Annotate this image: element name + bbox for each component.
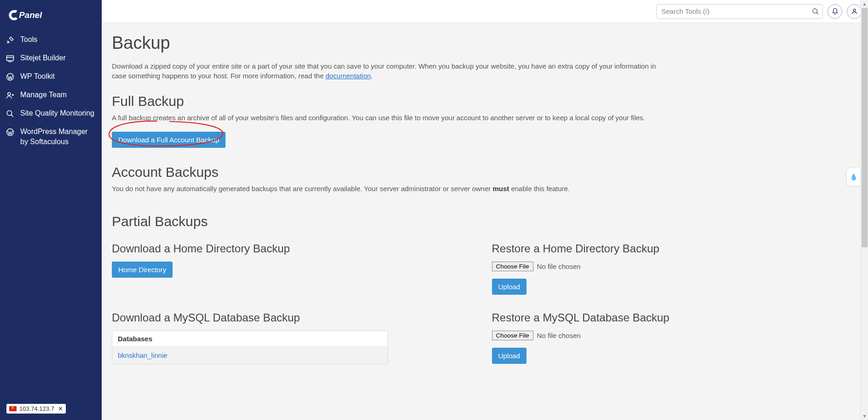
user-button[interactable]	[847, 4, 862, 19]
notifications-button[interactable]	[827, 4, 842, 19]
search-wrap	[656, 4, 823, 19]
sidebar-item-manageteam[interactable]: Manage Team	[0, 86, 102, 104]
scroll-thumb[interactable]	[862, 8, 868, 247]
restore-db-section: Restore a MySQL Database Backup Choose F…	[492, 311, 858, 364]
full-backup-title: Full Backup	[112, 93, 858, 109]
upload-db-button[interactable]: Upload	[492, 348, 527, 364]
search-input[interactable]	[656, 4, 823, 19]
db-link[interactable]: bknskhan_linnie	[118, 351, 168, 359]
content: Backup Download a zipped copy of your en…	[102, 23, 868, 420]
page-title: Backup	[112, 33, 858, 53]
sidebar-item-label: Sitejet Builder	[20, 53, 66, 63]
scroll-down-icon[interactable]: ▼	[861, 412, 868, 420]
tools-icon	[6, 35, 15, 45]
db-table: Databases bknskhan_linnie	[112, 331, 388, 364]
partial-backups-title: Partial Backups	[112, 214, 858, 229]
sidebar-nav: Tools Sitejet Builder WP Toolkit Manage …	[0, 30, 102, 151]
sidebar-item-label: Tools	[20, 35, 37, 45]
sidebar-item-label: Manage Team	[20, 90, 67, 100]
close-icon[interactable]: ✕	[58, 406, 63, 412]
scroll-up-icon[interactable]: ▲	[861, 0, 868, 8]
sidebar-item-label: Site Quality Monitoring	[20, 108, 94, 118]
sidebar-item-label: WordPress Manager by Softaculous	[20, 127, 96, 146]
scrollbar[interactable]: ▲ ▼	[860, 0, 868, 420]
full-backup-desc: A full backup creates an archive of all …	[112, 114, 858, 122]
restore-home-section: Restore a Home Directory Backup Choose F…	[492, 242, 858, 295]
upload-home-button[interactable]: Upload	[492, 279, 527, 295]
sidebar-item-wptoolkit[interactable]: WP Toolkit	[0, 67, 102, 86]
ip-text: 103.74.123.7	[19, 405, 54, 412]
home-directory-button[interactable]: Home Directory	[112, 262, 173, 278]
restore-home-title: Restore a Home Directory Backup	[492, 242, 858, 255]
bell-icon	[832, 8, 839, 15]
svg-point-7	[853, 9, 856, 12]
side-widget-button[interactable]: 💧	[846, 168, 860, 186]
table-row: bknskhan_linnie	[112, 347, 388, 364]
download-home-section: Download a Home Directory Backup Home Di…	[112, 242, 478, 295]
svg-text:Panel: Panel	[19, 10, 42, 20]
droplet-icon: 💧	[850, 173, 857, 181]
sidebar-item-wpmanager[interactable]: WordPress Manager by Softaculous	[0, 122, 102, 151]
download-full-backup-button[interactable]: Download a Full Account Backup	[112, 132, 226, 148]
download-home-title: Download a Home Directory Backup	[112, 242, 478, 255]
sidebar-item-label: WP Toolkit	[20, 71, 55, 82]
sidebar-item-sitejet[interactable]: Sitejet Builder	[0, 49, 102, 67]
svg-point-6	[813, 9, 817, 13]
wordpress-icon	[6, 72, 15, 82]
no-file-home-label: No file chosen	[537, 262, 581, 270]
user-icon	[851, 8, 858, 15]
documentation-link[interactable]: documentation	[325, 72, 370, 80]
sitejet-icon	[6, 54, 15, 63]
wordpress-icon	[6, 128, 15, 137]
no-file-db-label: No file chosen	[537, 332, 581, 339]
search-icon	[812, 8, 819, 15]
sidebar-item-sitequality[interactable]: Site Quality Monitoring	[0, 104, 102, 122]
download-db-title: Download a MySQL Database Backup	[112, 311, 478, 324]
download-db-section: Download a MySQL Database Backup Databas…	[112, 311, 478, 364]
choose-file-home-button[interactable]: Choose File	[492, 262, 533, 271]
account-backups-title: Account Backups	[112, 164, 858, 180]
account-backups-desc: You do not have any automatically genera…	[112, 185, 858, 192]
sidebar: Panel Tools Sitejet Builder	[0, 0, 102, 420]
team-icon	[6, 91, 15, 100]
svg-rect-1	[7, 56, 14, 61]
restore-db-title: Restore a MySQL Database Backup	[492, 311, 858, 324]
svg-point-4	[7, 111, 12, 116]
svg-point-3	[8, 93, 11, 95]
flag-icon	[9, 406, 17, 411]
search-button[interactable]	[808, 4, 823, 19]
monitor-icon	[6, 109, 15, 118]
choose-file-db-button[interactable]: Choose File	[492, 331, 533, 340]
ip-badge[interactable]: 103.74.123.7 ✕	[6, 404, 66, 414]
db-table-header: Databases	[112, 331, 388, 347]
cpanel-logo[interactable]: Panel	[0, 0, 102, 30]
main: Backup Download a zipped copy of your en…	[102, 0, 868, 420]
topbar	[102, 0, 868, 23]
sidebar-item-tools[interactable]: Tools	[0, 30, 102, 49]
page-intro: Download a zipped copy of your entire si…	[112, 61, 669, 81]
